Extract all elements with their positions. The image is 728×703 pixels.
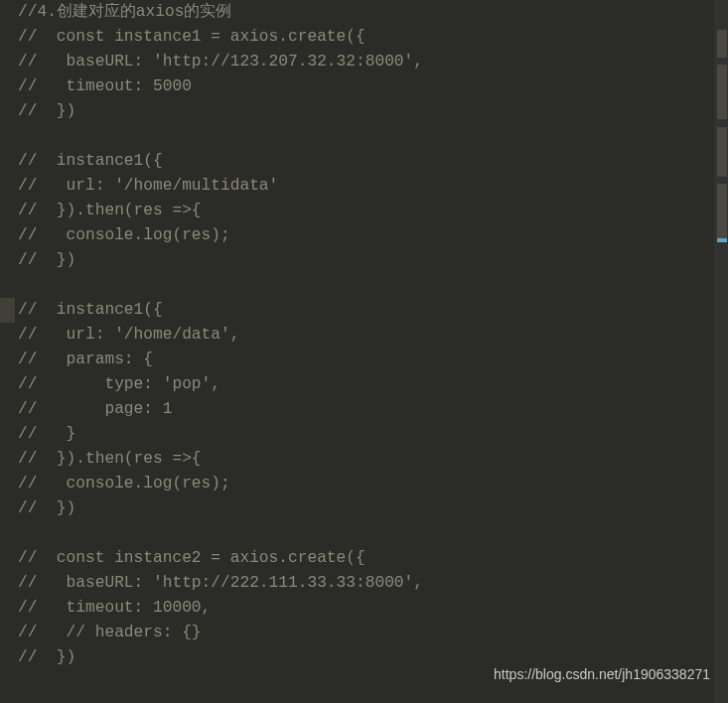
minimap-block bbox=[717, 30, 727, 58]
code-line bbox=[18, 273, 728, 298]
code-line: // baseURL: 'http://222.111.33.33:8000', bbox=[18, 571, 728, 596]
code-line: // instance1({ bbox=[18, 298, 728, 323]
code-line: // timeout: 5000 bbox=[18, 74, 728, 99]
code-line: // baseURL: 'http://123.207.32.32:8000', bbox=[18, 50, 728, 74]
code-line bbox=[18, 124, 728, 149]
minimap-block bbox=[717, 184, 727, 238]
code-line: // url: '/home/multidata' bbox=[18, 174, 728, 199]
code-line: // }).then(res =>{ bbox=[18, 199, 728, 223]
code-editor[interactable]: //4.创建对应的axios的实例 // const instance1 = a… bbox=[0, 0, 728, 670]
code-line: // console.log(res); bbox=[18, 472, 728, 496]
code-line: // console.log(res); bbox=[18, 223, 728, 248]
code-line: // }) bbox=[18, 99, 728, 124]
minimap-block bbox=[717, 127, 727, 177]
code-line: // page: 1 bbox=[18, 397, 728, 422]
code-line: // instance1({ bbox=[18, 149, 728, 174]
minimap[interactable] bbox=[714, 0, 728, 703]
code-line bbox=[18, 521, 728, 546]
code-line: // params: { bbox=[18, 348, 728, 372]
code-line: // timeout: 10000, bbox=[18, 596, 728, 621]
code-line: // }) bbox=[18, 248, 728, 273]
code-line: // url: '/home/data', bbox=[18, 323, 728, 348]
code-line: //4.创建对应的axios的实例 bbox=[18, 0, 728, 25]
code-line: // type: 'pop', bbox=[18, 372, 728, 397]
code-line: // const instance1 = axios.create({ bbox=[18, 25, 728, 50]
code-line: // }) bbox=[18, 496, 728, 521]
minimap-viewport[interactable] bbox=[717, 238, 727, 242]
code-line: // // headers: {} bbox=[18, 621, 728, 645]
code-line: // } bbox=[18, 422, 728, 447]
watermark: https://blog.csdn.net/jh1906338271 bbox=[494, 662, 710, 687]
code-line: // const instance2 = axios.create({ bbox=[18, 546, 728, 571]
code-line: // }).then(res =>{ bbox=[18, 447, 728, 472]
minimap-block bbox=[717, 65, 727, 119]
